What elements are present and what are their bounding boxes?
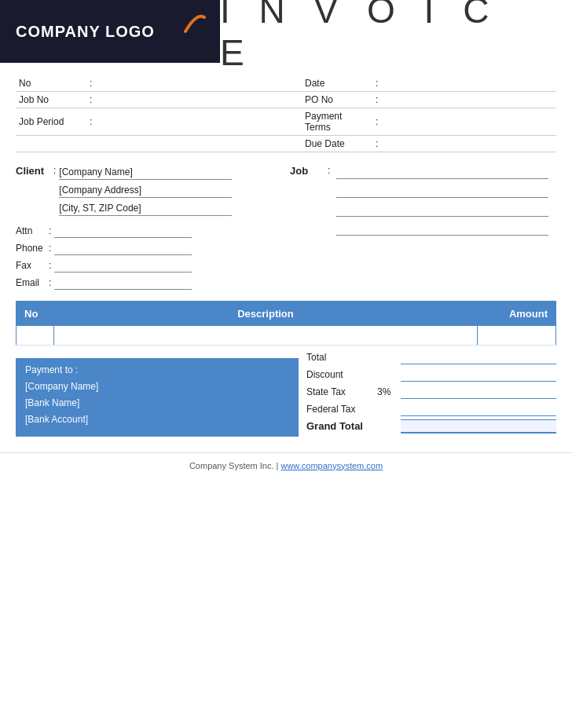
fax-label: Fax [16,260,49,271]
federal-tax-label: Federal Tax [306,404,377,415]
total-row: Total [306,350,556,364]
federal-tax-value [401,402,556,416]
job-line-1 [336,165,548,179]
meta-jobperiod-colon: : [86,108,99,136]
client-right: Job : [290,165,556,293]
items-table: No Description Amount [16,301,556,346]
phone-label: Phone [16,243,49,254]
meta-pono-label: PO No [302,92,372,108]
logo-area: COMPANY LOGO [0,0,220,63]
grand-total-value [401,419,556,434]
meta-duedate-colon: : [372,136,385,152]
fax-value [54,258,192,273]
job-label: Job [290,165,328,177]
total-label: Total [306,352,377,363]
footer: Company System Inc. | www.companysystem.… [0,452,572,475]
meta-no-value [99,75,270,92]
email-label: Email [16,277,49,288]
logo-arc-icon [178,9,206,40]
items-section: No Description Amount [0,301,572,346]
items-amount-cell [478,326,556,345]
meta-pono-colon: : [372,92,385,108]
client-city-zip: [City, ST, ZIP Code] [59,201,232,216]
meta-date-value [385,75,556,92]
meta-payterms-label: Payment Terms [302,108,372,136]
client-colon: : [53,165,56,176]
footer-link[interactable]: www.companysystem.com [280,461,383,470]
email-colon: : [49,277,51,288]
client-phone-row: Phone : [16,241,282,255]
items-body-row [16,326,556,345]
payment-label: Payment to : [25,364,289,378]
client-company-address: [Company Address] [59,183,232,198]
header: COMPANY LOGO I N V O I C E [0,0,572,63]
meta-duedate-label: Due Date [302,136,372,152]
job-line-2 [336,184,548,198]
col-no-header: No [16,302,54,327]
state-tax-label: State Tax [306,386,377,397]
items-desc-cell [54,326,478,345]
meta-date-label: Date [302,75,372,92]
discount-row: Discount [306,368,556,382]
meta-payterms-value [385,108,556,136]
job-lines [336,165,548,240]
payment-company-name: [Company Name] [25,381,289,394]
meta-section: No : Date : Job No : PO No : Job Period … [0,63,572,152]
meta-jobno-label: Job No [16,92,86,108]
state-tax-row: State Tax 3% [306,385,556,399]
phone-colon: : [49,243,51,254]
client-left: Client : [Company Name] [Company Address… [16,165,282,293]
attn-colon: : [49,225,51,236]
invoice-title: I N V O I C E [220,0,548,74]
meta-table: No : Date : Job No : PO No : Job Period … [16,75,556,152]
meta-no-label: No [16,75,86,92]
meta-date-colon: : [372,75,385,92]
meta-payterms-colon: : [372,108,385,136]
meta-duedate-value [385,136,556,152]
grand-total-row: Grand Total [306,419,556,434]
discount-value [401,368,556,382]
meta-jobperiod-label: Job Period [16,108,86,136]
state-tax-percent: 3% [377,386,401,397]
total-value [401,350,556,364]
footer-text: Company System Inc. | [189,461,281,470]
totals-box: Total Discount State Tax 3% Federal Tax … [306,350,556,437]
email-value [54,276,192,290]
payment-bank-name: [Bank Name] [25,397,289,411]
job-line-4 [336,221,548,236]
logo-text: COMPANY LOGO [16,23,155,41]
fax-colon: : [49,260,51,271]
client-fax-row: Fax : [16,258,282,273]
federal-tax-row: Federal Tax [306,402,556,416]
totals-payment-section: Payment to : [Company Name] [Bank Name] … [0,346,572,444]
grand-total-label: Grand Total [306,420,377,432]
meta-pono-value [385,92,556,108]
state-tax-value [401,385,556,399]
meta-jobno-colon: : [86,92,99,108]
client-section: Client : [Company Name] [Company Address… [0,152,572,301]
client-address-block: [Company Name] [Company Address] [City, … [59,165,232,219]
attn-label: Attn [16,225,49,236]
client-company-name: [Company Name] [59,165,232,180]
meta-jobno-value [99,92,270,108]
job-line-3 [336,203,548,217]
attn-value [54,224,192,238]
discount-label: Discount [306,369,377,380]
phone-value [54,241,192,255]
payment-box: Payment to : [Company Name] [Bank Name] … [16,358,299,437]
client-attn-row: Attn : [16,224,282,238]
payment-bank-account: [Bank Account] [25,414,289,427]
col-description-header: Description [54,302,478,327]
meta-jobperiod-value [99,108,270,136]
col-amount-header: Amount [478,302,556,327]
items-no-cell [16,326,54,345]
job-colon: : [328,165,330,176]
meta-no-colon: : [86,75,99,92]
client-label: Client [16,165,53,177]
invoice-title-area: I N V O I C E [220,0,572,63]
client-email-row: Email : [16,276,282,290]
